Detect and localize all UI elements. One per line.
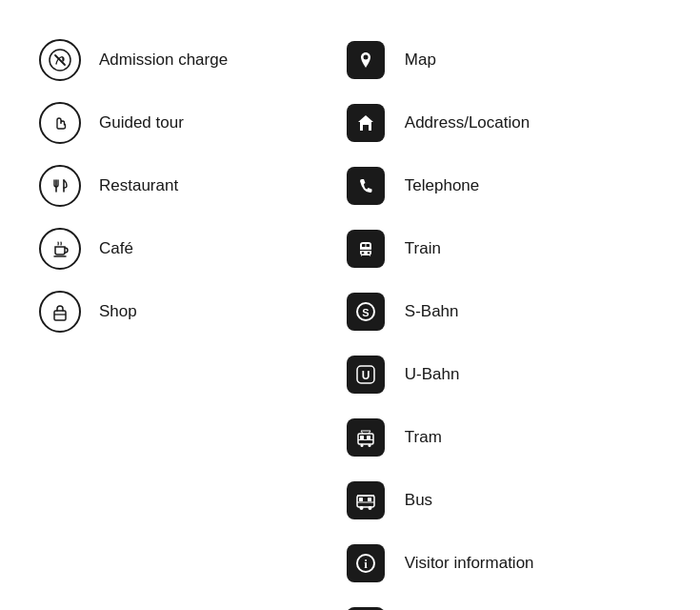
telephone-label: Telephone	[405, 176, 479, 195]
shop-label: Shop	[99, 302, 137, 321]
telephone-icon	[344, 164, 388, 208]
address-icon	[344, 101, 388, 145]
s-bahn-label: S-Bahn	[405, 302, 459, 321]
s-bahn-icon: S	[344, 290, 388, 334]
shop-icon	[38, 290, 82, 334]
left-column: Admission charge Guided tour	[38, 29, 344, 610]
u-bahn-icon: U	[344, 353, 388, 396]
legend-item-cafe: Café	[38, 217, 344, 280]
tram-label: Tram	[405, 428, 442, 447]
svg-rect-24	[360, 436, 364, 439]
visitor-information-icon: i	[344, 541, 388, 585]
svg-rect-12	[362, 244, 366, 247]
svg-rect-25	[367, 436, 370, 439]
legend-item-bus: Bus	[344, 469, 662, 532]
restaurant-label: Restaurant	[99, 176, 178, 195]
legend-item-map: Map	[344, 29, 662, 92]
bus-icon	[344, 478, 388, 522]
legend-item-visitor-info: i Visitor information	[344, 532, 662, 595]
guided-tour-icon	[38, 101, 82, 145]
address-label: Address/Location	[405, 113, 530, 132]
legend-item-restaurant: Restaurant	[38, 154, 344, 217]
legend-item-shop: Shop	[38, 280, 344, 343]
restaurant-icon	[38, 164, 82, 208]
open-icon	[344, 604, 388, 610]
admission-charge-label: Admission charge	[99, 51, 228, 70]
u-bahn-label: U-Bahn	[405, 365, 460, 384]
svg-rect-36	[368, 498, 371, 501]
legend-item-s-bahn: S S-Bahn	[344, 280, 662, 343]
legend-item-admission: Admission charge	[38, 29, 344, 92]
svg-point-39	[368, 506, 371, 510]
guided-tour-label: Guided tour	[99, 113, 184, 132]
train-icon	[344, 227, 388, 271]
svg-rect-35	[359, 498, 363, 501]
svg-text:S: S	[362, 307, 369, 318]
legend-item-guided-tour: Guided tour	[38, 92, 344, 154]
admission-charge-icon	[38, 38, 82, 82]
svg-rect-13	[366, 244, 370, 247]
tram-icon	[344, 416, 388, 459]
svg-point-38	[359, 506, 363, 510]
legend-item-telephone: Telephone	[344, 154, 662, 217]
svg-text:i: i	[364, 557, 368, 571]
svg-rect-10	[363, 125, 369, 131]
svg-rect-7	[54, 311, 66, 320]
svg-point-9	[363, 55, 368, 60]
legend-item-tram: Tram	[344, 406, 662, 469]
legend-container: Admission charge Guided tour	[38, 29, 662, 610]
visitor-information-label: Visitor information	[405, 554, 534, 573]
legend-item-open: Open	[344, 595, 662, 610]
svg-text:U: U	[361, 369, 370, 382]
map-icon	[344, 38, 388, 82]
right-column: Map Address/Location	[344, 29, 662, 610]
bus-label: Bus	[405, 491, 432, 510]
legend-item-u-bahn: U U-Bahn	[344, 343, 662, 406]
map-label: Map	[405, 51, 436, 70]
cafe-icon	[38, 227, 82, 271]
train-label: Train	[405, 239, 441, 258]
cafe-label: Café	[99, 239, 133, 258]
legend-item-address: Address/Location	[344, 92, 662, 154]
legend-item-train: Train	[344, 217, 662, 280]
